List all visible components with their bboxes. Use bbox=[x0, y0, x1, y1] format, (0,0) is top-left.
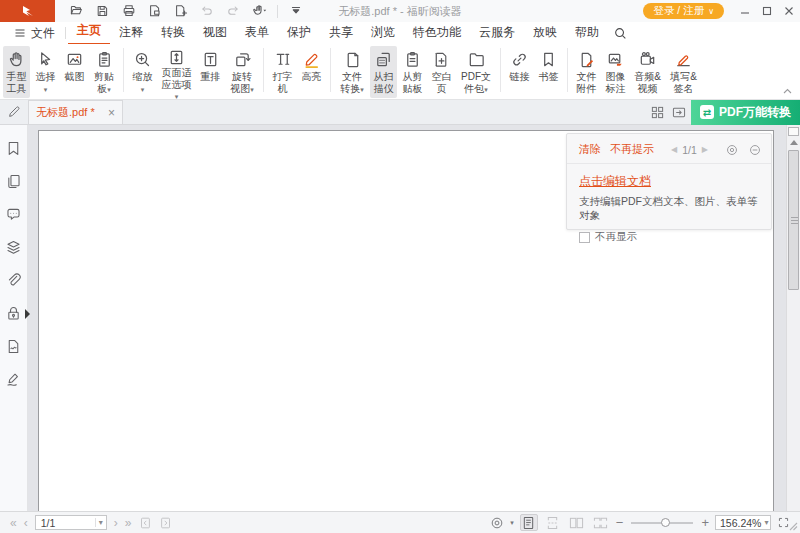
next-page-button[interactable]: › bbox=[114, 517, 118, 529]
zoom-percent-combobox[interactable]: 156.24% ▾ bbox=[715, 515, 771, 530]
continuous-view-button[interactable] bbox=[544, 514, 562, 531]
ribbon-zoom-button[interactable]: 缩放▾ bbox=[129, 46, 156, 98]
single-page-view-button[interactable] bbox=[520, 514, 538, 531]
close-tab-icon[interactable]: × bbox=[108, 107, 115, 119]
open-button[interactable] bbox=[65, 1, 89, 21]
zoom-slider[interactable] bbox=[631, 522, 693, 524]
reflow-icon bbox=[201, 48, 220, 71]
chevron-down-icon: ▾ bbox=[360, 86, 364, 93]
menu-tab-放映[interactable]: 放映 bbox=[524, 22, 566, 44]
ribbon-fill-sign-button[interactable]: 填写&签名 bbox=[666, 46, 701, 98]
facing-continuous-view-button[interactable] bbox=[592, 514, 610, 531]
menu-tab-表单[interactable]: 表单 bbox=[236, 22, 278, 44]
ribbon-typewriter-button[interactable]: 打字机 bbox=[269, 46, 296, 98]
chevron-down-icon[interactable]: ▾ bbox=[761, 518, 771, 527]
ribbon-image-annotation-button[interactable]: 图像标注 bbox=[602, 46, 629, 98]
scrollbar-thumb[interactable] bbox=[788, 150, 799, 290]
save-as-button[interactable] bbox=[143, 1, 167, 21]
ribbon-file-convert-button[interactable]: 文件转换▾ bbox=[336, 46, 368, 98]
popup-clear-button[interactable]: 清除 bbox=[579, 142, 601, 157]
popup-collapse-icon[interactable] bbox=[749, 144, 761, 156]
sidebar-security-panel-button[interactable] bbox=[5, 305, 23, 322]
minimize-button[interactable] bbox=[734, 0, 756, 22]
ribbon-from-clipboard-button[interactable]: 从剪贴板 bbox=[399, 46, 426, 98]
undo-button[interactable] bbox=[195, 1, 219, 21]
ribbon-bookmark-button[interactable]: 书签 bbox=[535, 46, 562, 98]
login-register-button[interactable]: 登录 / 注册 ∨ bbox=[643, 3, 724, 19]
file-menu-button[interactable]: 文件 bbox=[6, 25, 63, 42]
ribbon-blank-page-button[interactable]: 空白页 bbox=[428, 46, 455, 98]
close-button[interactable] bbox=[778, 0, 800, 22]
scroll-up-icon[interactable] bbox=[790, 140, 798, 145]
ribbon-snapshot-button[interactable]: 截图 bbox=[61, 46, 88, 98]
ribbon-file-attachment-button[interactable]: 文件附件 bbox=[573, 46, 600, 98]
zoom-slider-thumb[interactable] bbox=[661, 518, 670, 527]
collapse-ribbon-button[interactable] bbox=[783, 88, 792, 94]
chevron-down-icon[interactable]: ▾ bbox=[95, 518, 106, 527]
menu-tab-云服务[interactable]: 云服务 bbox=[470, 22, 524, 44]
sidebar-expand-handle[interactable] bbox=[25, 309, 30, 319]
print-button[interactable] bbox=[117, 1, 141, 21]
ribbon-pdf-portfolio-button[interactable]: PDF文件包▾ bbox=[457, 46, 495, 98]
last-page-button[interactable]: » bbox=[125, 517, 132, 529]
scrollbar-split-button[interactable] bbox=[788, 127, 799, 136]
menu-tab-视图[interactable]: 视图 bbox=[194, 22, 236, 44]
menu-tab-帮助[interactable]: 帮助 bbox=[566, 22, 608, 44]
edit-document-link[interactable]: 点击编辑文档 bbox=[579, 173, 651, 190]
save-button[interactable] bbox=[91, 1, 115, 21]
quick-edit-button[interactable] bbox=[0, 100, 28, 124]
sidebar-layers-panel-button[interactable] bbox=[5, 239, 23, 256]
sidebar-attachments-panel-button[interactable] bbox=[5, 272, 23, 289]
ribbon-link-button[interactable]: 链接 bbox=[506, 46, 533, 98]
hand-mode-button[interactable] bbox=[247, 1, 271, 21]
menu-tab-主页[interactable]: 主页 bbox=[68, 21, 110, 45]
popup-settings-icon[interactable] bbox=[726, 144, 738, 156]
menu-tab-保护[interactable]: 保护 bbox=[278, 22, 320, 44]
vertical-scrollbar[interactable] bbox=[786, 125, 800, 511]
sidebar-bookmarks-panel-button[interactable] bbox=[5, 140, 23, 157]
first-page-button[interactable]: « bbox=[10, 517, 17, 529]
page-number-combobox[interactable]: 1/1 ▾ bbox=[35, 515, 107, 530]
ribbon-rotate-view-button[interactable]: 旋转视图▾ bbox=[226, 46, 258, 98]
menu-tab-特色功能[interactable]: 特色功能 bbox=[404, 22, 470, 44]
ribbon-page-fit-button[interactable]: 页面适应选项▾ bbox=[158, 46, 195, 98]
zoom-in-button[interactable]: + bbox=[701, 516, 709, 529]
sidebar-comments-panel-button[interactable] bbox=[5, 206, 23, 223]
tab-switch-button[interactable] bbox=[669, 102, 689, 122]
search-button[interactable] bbox=[608, 22, 632, 44]
tab-grid-view-button[interactable] bbox=[647, 102, 667, 122]
popup-prev-icon[interactable]: ◀ bbox=[671, 145, 677, 154]
ribbon-hand-tool-button[interactable]: 手型工具 bbox=[3, 46, 30, 98]
popup-no-more-button[interactable]: 不再提示 bbox=[610, 142, 654, 157]
previous-page-button[interactable]: ‹ bbox=[24, 517, 28, 529]
customize-button[interactable] bbox=[284, 1, 308, 21]
menu-tab-浏览[interactable]: 浏览 bbox=[362, 22, 404, 44]
ribbon-highlight-button[interactable]: 高亮 bbox=[298, 46, 325, 98]
chevron-down-icon[interactable]: ▾ bbox=[510, 519, 514, 527]
window-resize-grip[interactable] bbox=[789, 522, 798, 531]
sidebar-pages-panel-button[interactable] bbox=[5, 173, 23, 190]
ribbon-audio-video-button[interactable]: 音频&视频 bbox=[631, 46, 664, 98]
facing-view-button[interactable] bbox=[568, 514, 586, 531]
menu-tab-共享[interactable]: 共享 bbox=[320, 22, 362, 44]
ribbon-from-scanner-button[interactable]: 从扫描仪 bbox=[370, 46, 397, 98]
menu-tab-注释[interactable]: 注释 bbox=[110, 22, 152, 44]
ribbon-clipboard-button[interactable]: 剪贴板▾ bbox=[90, 46, 118, 98]
zoom-out-button[interactable]: − bbox=[616, 516, 624, 529]
sidebar-standards-panel-button[interactable] bbox=[5, 338, 23, 355]
menu-tab-转换[interactable]: 转换 bbox=[152, 22, 194, 44]
document-tab[interactable]: 无标题.pdf * × bbox=[28, 100, 123, 124]
pdf-converter-button[interactable]: ⇄ PDF万能转换 bbox=[691, 100, 800, 125]
sidebar-signatures-panel-button[interactable] bbox=[5, 371, 23, 388]
redo-button[interactable] bbox=[221, 1, 245, 21]
popup-next-icon[interactable]: ▶ bbox=[702, 145, 708, 154]
next-view-button[interactable] bbox=[159, 516, 173, 530]
ribbon-from-scanner-label: 从扫描仪 bbox=[373, 71, 394, 94]
previous-view-button[interactable] bbox=[138, 516, 152, 530]
ribbon-select-button[interactable]: 选择▾ bbox=[32, 46, 59, 98]
zoom-mode-button[interactable] bbox=[490, 516, 504, 530]
new-doc-button[interactable] bbox=[169, 1, 193, 21]
ribbon-reflow-button[interactable]: 重排 bbox=[197, 46, 224, 98]
dont-show-checkbox[interactable] bbox=[579, 232, 590, 243]
maximize-button[interactable] bbox=[756, 0, 778, 22]
